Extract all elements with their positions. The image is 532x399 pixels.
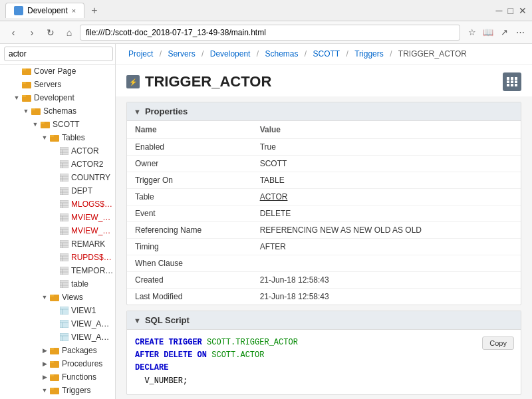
svg-rect-76 [50, 374, 54, 376]
layout-toggle-button[interactable] [503, 72, 521, 91]
sidebar-item-view1[interactable]: VIEW1 [0, 304, 115, 317]
item-icon-dept [59, 186, 69, 196]
sql-line-3: DECLARE [135, 362, 513, 374]
new-tab-button[interactable]: + [88, 5, 100, 17]
item-label-actor2: ACTOR2 [71, 160, 103, 169]
item-icon-tables [49, 132, 60, 143]
tree-container: Cover PageServers▼Developent▼Schemas▼SCO… [0, 65, 115, 399]
svg-rect-65 [60, 320, 68, 328]
expand-arrow-triggers: ▼ [40, 387, 49, 394]
item-icon-table [59, 279, 69, 289]
sidebar-item-triggers[interactable]: ▼Triggers [0, 384, 115, 397]
item-label-tables: Tables [62, 133, 85, 142]
expand-arrow-procedures: ▶ [40, 360, 49, 367]
home-button[interactable]: ⌂ [61, 25, 77, 41]
sidebar-item-servers[interactable]: Servers [0, 78, 115, 91]
prop-value-1: True [252, 139, 521, 156]
svg-rect-62 [60, 307, 68, 315]
forward-button[interactable]: › [24, 25, 40, 41]
sidebar-item-schemas[interactable]: ▼Schemas [0, 104, 115, 118]
window-close[interactable]: ✕ [519, 5, 527, 16]
prop-value-4[interactable]: ACTOR [252, 189, 521, 205]
prop-row-7: TimingAFTER [127, 239, 521, 255]
col-name-header: Name [127, 121, 252, 139]
sql-script-section-header[interactable]: ▼ SQL Script [127, 311, 521, 330]
settings-icon[interactable]: ⋯ [513, 26, 527, 39]
prop-name-6: Referencing Name [127, 222, 252, 239]
page-title: TRIGGER_ACTOR [145, 73, 271, 90]
sidebar: ✕ Cover PageServers▼Developent▼Schemas▼S… [0, 44, 116, 399]
item-label-developent: Developent [34, 93, 74, 102]
expand-arrow-schemas: ▼ [21, 108, 31, 114]
sidebar-item-view-actor[interactable]: VIEW_ACTOR [0, 317, 115, 331]
item-icon-scott [40, 119, 51, 130]
copy-button[interactable]: Copy [482, 336, 514, 350]
reading-mode-icon[interactable]: 📖 [481, 26, 495, 39]
breadcrumb-developent[interactable]: Developent [210, 49, 251, 59]
sidebar-item-view-actor1[interactable]: VIEW_ACTOR1 [0, 331, 115, 344]
item-icon-view1 [59, 305, 69, 316]
sidebar-item-mview-actor[interactable]: MVIEW_ACTOR [0, 211, 115, 224]
sidebar-item-cover-page[interactable]: Cover Page [0, 65, 115, 78]
breadcrumb-sep3: / [257, 49, 261, 59]
search-input[interactable] [4, 47, 113, 61]
prop-value-10: 21-Jun-18 12:58:43 [252, 289, 521, 305]
sidebar-item-views[interactable]: ▼Views [0, 291, 115, 304]
prop-name-8: When Clause [127, 255, 252, 272]
grid-dots-icon [507, 77, 518, 86]
sidebar-item-country[interactable]: COUNTRY [0, 171, 115, 184]
sidebar-item-tables[interactable]: ▼Tables [0, 131, 115, 144]
sidebar-item-rupds-actor[interactable]: RUPDS$_ACTOR [0, 251, 115, 264]
sidebar-item-packages[interactable]: ▶Packages [0, 344, 115, 357]
breadcrumb: Project / Servers / Developent / Schemas… [116, 44, 532, 65]
item-label-view-actor1: VIEW_ACTOR1 [71, 332, 115, 342]
breadcrumb-scott[interactable]: SCOTT [313, 49, 340, 59]
sidebar-item-actor[interactable]: ACTOR [0, 144, 115, 158]
share-icon[interactable]: ↗ [497, 26, 511, 39]
svg-rect-74 [50, 361, 54, 363]
breadcrumb-servers[interactable]: Servers [168, 49, 195, 59]
back-button[interactable]: ‹ [5, 25, 21, 41]
svg-rect-13 [41, 122, 45, 124]
prop-row-4: TableACTOR [127, 189, 521, 205]
svg-rect-56 [60, 280, 68, 288]
properties-table: Name Value EnabledTrueOwnerSCOTTTrigger … [127, 121, 521, 305]
address-bar[interactable] [80, 25, 460, 41]
bookmark-star-icon[interactable]: ☆ [466, 26, 479, 39]
breadcrumb-sep6: / [390, 49, 394, 59]
sidebar-item-temporal[interactable]: TEMPORAL_VALIDIT [0, 264, 115, 277]
breadcrumb-schemas[interactable]: Schemas [265, 49, 298, 59]
sidebar-item-actor2[interactable]: ACTOR2 [0, 158, 115, 171]
sidebar-search-bar: ✕ [0, 44, 115, 65]
sidebar-item-dept[interactable]: DEPT [0, 184, 115, 198]
sidebar-item-mlogs-actor[interactable]: MLOGS$_ACTOR [0, 198, 115, 211]
prop-name-4: Table [127, 189, 252, 205]
svg-rect-7 [22, 82, 26, 84]
tab-label: Developent [27, 6, 68, 15]
sidebar-item-remark[interactable]: REMARK [0, 237, 115, 251]
refresh-button[interactable]: ↻ [43, 25, 59, 41]
item-label-rupds-actor: RUPDS$_ACTOR [71, 253, 115, 262]
expand-arrow-views: ▼ [40, 294, 49, 301]
svg-rect-44 [60, 240, 68, 248]
sidebar-item-table[interactable]: table [0, 277, 115, 291]
prop-row-10: Last Modified21-Jun-18 12:58:43 [127, 289, 521, 305]
tab-close-button[interactable]: × [72, 7, 76, 15]
item-icon-packages [49, 345, 60, 356]
sidebar-item-developent[interactable]: ▼Developent [0, 91, 115, 104]
breadcrumb-project[interactable]: Project [128, 49, 153, 59]
sidebar-item-scott[interactable]: ▼SCOTT [0, 118, 115, 131]
browser-tab[interactable]: Developent × [5, 3, 84, 18]
sidebar-item-functions[interactable]: ▶Functions [0, 370, 115, 384]
svg-rect-15 [50, 135, 54, 137]
sidebar-item-procedures[interactable]: ▶Procedures [0, 357, 115, 370]
breadcrumb-triggers[interactable]: Triggers [354, 49, 384, 59]
svg-rect-52 [60, 267, 68, 275]
sidebar-item-mview-actor2[interactable]: MVIEW_ACTOR2 [0, 224, 115, 237]
window-restore[interactable]: □ [508, 5, 513, 16]
prop-row-8: When Clause [127, 255, 521, 272]
item-icon-cover-page [21, 66, 32, 76]
window-minimize[interactable]: ─ [496, 5, 503, 16]
item-label-schemas: Schemas [43, 106, 76, 116]
properties-section-header[interactable]: ▼ Properties [127, 102, 521, 121]
